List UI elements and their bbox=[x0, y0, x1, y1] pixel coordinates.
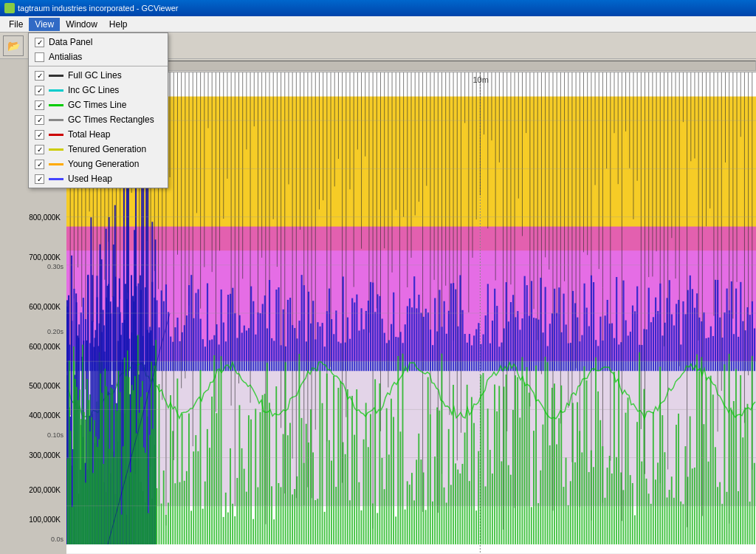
scrollbar-thumb[interactable] bbox=[67, 61, 755, 70]
y-label-500k: 500,000K bbox=[29, 382, 61, 390]
view-dropdown: Data Panel Antialias Full GC Lines Inc G… bbox=[28, 33, 168, 188]
total-heap-check[interactable] bbox=[35, 130, 44, 140]
gc-times-rect-color bbox=[49, 119, 63, 121]
menu-tenured-gen[interactable]: Tenured Generation bbox=[29, 142, 168, 157]
used-heap-color bbox=[49, 178, 63, 180]
chart-canvas bbox=[66, 72, 756, 554]
young-gen-check[interactable] bbox=[35, 160, 44, 169]
menu-data-panel[interactable]: Data Panel bbox=[29, 35, 168, 49]
app-icon bbox=[4, 3, 15, 13]
gc-times-line-check[interactable] bbox=[35, 100, 44, 110]
menu-full-gc-lines[interactable]: Full GC Lines bbox=[29, 68, 168, 83]
menu-total-heap[interactable]: Total Heap bbox=[29, 127, 168, 142]
scrollbar[interactable] bbox=[66, 59, 756, 72]
inc-gc-color bbox=[49, 89, 63, 92]
tenured-color bbox=[49, 148, 63, 151]
time-030s: 0.30s bbox=[47, 263, 63, 270]
time-020s: 0.20s bbox=[47, 328, 63, 335]
scrollbar-track[interactable] bbox=[66, 61, 756, 71]
y-label-600k-2: 600,000K bbox=[29, 342, 61, 350]
menu-bar: File View Window Help Data Panel Antiali… bbox=[0, 16, 756, 33]
data-panel-check[interactable] bbox=[35, 38, 44, 47]
y-label-400k: 400,000K bbox=[29, 411, 61, 420]
gc-chart[interactable] bbox=[66, 72, 756, 554]
open-button[interactable]: 📂 bbox=[3, 35, 24, 56]
y-label-700k: 700,000K bbox=[29, 253, 61, 261]
menu-gc-times-line[interactable]: GC Times Line bbox=[29, 98, 168, 112]
menu-file[interactable]: File bbox=[3, 18, 29, 31]
menu-help[interactable]: Help bbox=[103, 18, 134, 31]
total-heap-color bbox=[49, 134, 63, 136]
menu-view[interactable]: View bbox=[29, 18, 60, 31]
y-label-600k-1: 600,000K bbox=[29, 303, 61, 311]
gc-times-rect-check[interactable] bbox=[35, 115, 44, 125]
tenured-gen-check[interactable] bbox=[35, 145, 44, 154]
time-000s: 0.0s bbox=[51, 536, 63, 543]
y-label-200k: 200,000K bbox=[29, 485, 61, 493]
chart-area[interactable] bbox=[66, 59, 756, 554]
menu-separator-1 bbox=[29, 66, 168, 66]
used-heap-check[interactable] bbox=[35, 174, 44, 184]
menu-young-gen[interactable]: Young Generation bbox=[29, 157, 168, 171]
window-title: tagtraum industries incorporated - GCVie… bbox=[18, 4, 178, 13]
title-bar: tagtraum industries incorporated - GCVie… bbox=[0, 0, 756, 16]
full-gc-check[interactable] bbox=[35, 71, 44, 81]
y-label-300k: 300,000K bbox=[29, 451, 61, 459]
menu-antialias[interactable]: Antialias bbox=[29, 49, 168, 64]
menu-window[interactable]: Window bbox=[60, 18, 103, 31]
inc-gc-check[interactable] bbox=[35, 86, 44, 95]
y-label-800k: 800,000K bbox=[29, 213, 61, 222]
menu-used-heap[interactable]: Used Heap bbox=[29, 171, 168, 186]
full-gc-color bbox=[49, 75, 63, 77]
menu-gc-times-rect[interactable]: GC Times Rectangles bbox=[29, 112, 168, 127]
gc-times-color bbox=[49, 104, 63, 106]
young-color bbox=[49, 163, 63, 165]
y-label-100k: 100,000K bbox=[29, 516, 61, 524]
menu-inc-gc-lines[interactable]: Inc GC Lines bbox=[29, 83, 168, 98]
antialias-check[interactable] bbox=[35, 52, 44, 62]
time-010s: 0.10s bbox=[47, 431, 63, 439]
